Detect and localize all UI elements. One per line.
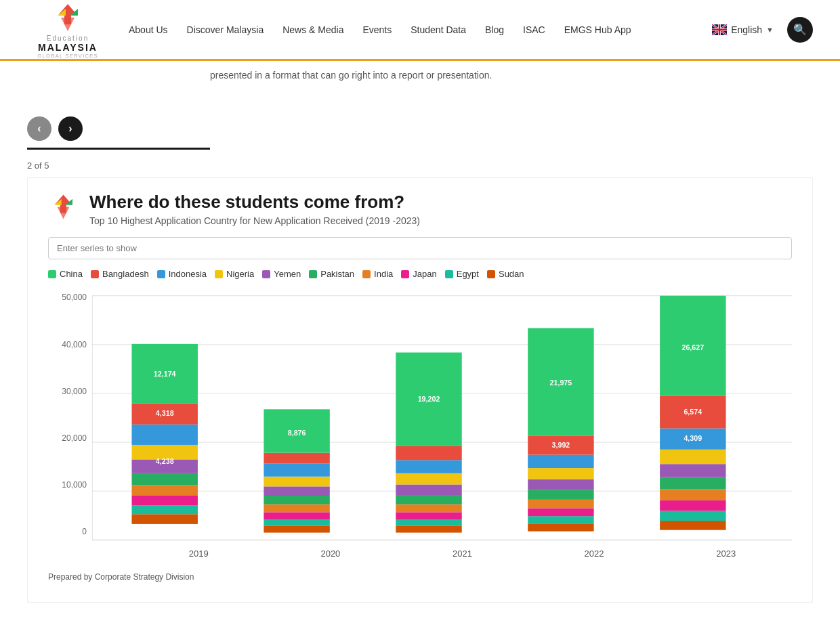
carousel-next-button[interactable]: › <box>58 116 83 141</box>
x-label-2021: 2021 <box>428 549 496 559</box>
bar-2019-indonesia <box>131 425 197 445</box>
legend-dot-china <box>48 270 56 278</box>
legend-label-japan: Japan <box>413 269 436 279</box>
bar-2020-egypt <box>264 519 329 526</box>
bar-2023-japan <box>660 500 726 511</box>
bar-2020-bangladesh <box>264 453 329 464</box>
nav-about-us[interactable]: About Us <box>129 24 168 35</box>
legend-label-bangladesh: Bangladesh <box>102 269 149 279</box>
bar-2023-sudan <box>660 521 726 530</box>
y-axis: 50,000 40,000 30,000 20,000 10,000 0 <box>48 293 92 543</box>
carousel-prev-button[interactable]: ‹ <box>27 116 51 141</box>
bar-2019-japan <box>131 496 197 506</box>
nav-blog[interactable]: Blog <box>485 24 504 35</box>
bar-2023-india <box>660 490 726 501</box>
bar-label-2023-bangladesh: 6,574 <box>684 408 702 416</box>
x-label-2019: 2019 <box>165 549 232 559</box>
bar-2023-nigeria <box>660 450 726 464</box>
legend-label-egypt: Egypt <box>457 269 479 279</box>
y-label-40000: 40,000 <box>62 340 87 349</box>
search-button[interactable]: 🔍 <box>787 17 813 43</box>
carousel-page-indicator: 2 of 5 <box>27 160 813 171</box>
series-input[interactable] <box>48 237 792 259</box>
bar-2022-nigeria <box>528 468 593 479</box>
bar-2022-pakistan <box>528 490 593 500</box>
bar-2021-bangladesh <box>396 446 461 460</box>
bar-label-2023-china: 26,627 <box>681 343 704 351</box>
nav-isac[interactable]: ISAC <box>523 24 545 35</box>
logo-malaysia-text: MALAYSIA <box>38 42 98 53</box>
bar-label-2022-china: 21,975 <box>550 379 572 387</box>
bar-2023-egypt <box>660 511 726 521</box>
chart-section: Where do these students come from? Top 1… <box>27 177 813 603</box>
bar-label-2019-china: 12,174 <box>154 370 176 378</box>
legend-indonesia: Indonesia <box>157 269 207 279</box>
bar-2020-india <box>264 504 329 513</box>
y-label-10000: 10,000 <box>62 480 87 490</box>
legend-dot-nigeria <box>215 270 223 278</box>
legend-bangladesh: Bangladesh <box>91 269 149 279</box>
x-label-2023: 2023 <box>692 549 760 559</box>
bar-2021-sudan <box>396 526 461 533</box>
x-axis-labels: 2019 2020 2021 2022 2023 <box>92 549 792 559</box>
legend-india: India <box>362 269 393 279</box>
legend-dot-japan <box>401 270 409 278</box>
nav-student-data[interactable]: Student Data <box>411 24 466 35</box>
chart-subtitle: Top 10 Highest Application Country for N… <box>89 215 420 226</box>
bar-2020-indonesia <box>264 464 329 477</box>
legend-dot-yemen <box>262 270 270 278</box>
legend-dot-india <box>362 270 371 278</box>
legend-dot-sudan <box>487 270 495 278</box>
bar-2023-yemen <box>660 465 726 477</box>
legend-label-yemen: Yemen <box>274 269 301 279</box>
legend-sudan: Sudan <box>487 269 524 279</box>
search-icon: 🔍 <box>793 23 807 36</box>
intro-text: presented in a format that can go right … <box>27 61 813 96</box>
legend-yemen: Yemen <box>262 269 301 279</box>
nav-news-media[interactable]: News & Media <box>282 24 343 35</box>
nav-events[interactable]: Events <box>362 24 392 35</box>
chart-titles: Where do these students come from? Top 1… <box>89 192 420 226</box>
footer-text: Prepared by Corporate Strategy Division <box>48 572 792 582</box>
bar-label-2021-china: 19,202 <box>418 395 440 403</box>
chart-logo-icon <box>48 192 79 222</box>
bar-2021-india <box>396 504 461 513</box>
chart-wrapper: 50,000 40,000 30,000 20,000 10,000 0 <box>48 293 792 559</box>
bar-2021-japan <box>396 513 461 520</box>
header: Education MALAYSIA GLOBAL SERVICES About… <box>0 0 840 61</box>
logo-gs-text: GLOBAL SERVICES <box>37 53 98 59</box>
bar-2019-pakistan <box>131 473 197 486</box>
bar-label-2019-bangladesh: 4,318 <box>156 409 174 417</box>
bar-2020-yemen <box>264 487 329 496</box>
legend-label-sudan: Sudan <box>499 269 524 279</box>
bar-label-2019-indonesia: 4,238 <box>156 458 174 466</box>
y-label-30000: 30,000 <box>62 387 87 396</box>
language-label: English <box>731 24 762 35</box>
nav-discover-malaysia[interactable]: Discover Malaysia <box>187 24 264 35</box>
chart-title: Where do these students come from? <box>89 192 420 213</box>
bar-2020-sudan <box>264 526 329 533</box>
bar-2022-yemen <box>528 479 593 490</box>
x-label-2022: 2022 <box>560 549 628 559</box>
bar-2019-india <box>131 486 197 496</box>
content-area: presented in a format that can go right … <box>0 61 840 603</box>
bar-2022-india <box>528 500 593 509</box>
legend-dot-pakistan <box>309 270 317 278</box>
bar-2021-nigeria <box>396 473 461 485</box>
carousel-navigation: ‹ › 2 of 5 <box>27 96 813 171</box>
legend-label-china: China <box>60 269 83 279</box>
uk-flag-icon <box>712 24 727 35</box>
legend-pakistan: Pakistan <box>309 269 354 279</box>
bar-2020-japan <box>264 513 329 520</box>
y-label-20000: 20,000 <box>62 433 87 443</box>
bar-2021-pakistan <box>396 495 461 504</box>
nav-emgs-hub[interactable]: EMGS Hub App <box>564 24 631 35</box>
chart-plot-area: 4,238 4,318 12,174 8,876 <box>92 293 792 559</box>
bar-2022-indonesia <box>528 455 593 468</box>
logo-icon <box>51 1 85 35</box>
bar-2023-pakistan <box>660 477 726 490</box>
language-selector[interactable]: English ▼ <box>712 24 774 35</box>
legend-nigeria: Nigeria <box>215 269 254 279</box>
legend-label-indonesia: Indonesia <box>169 269 207 279</box>
next-arrow-icon: › <box>68 123 72 135</box>
